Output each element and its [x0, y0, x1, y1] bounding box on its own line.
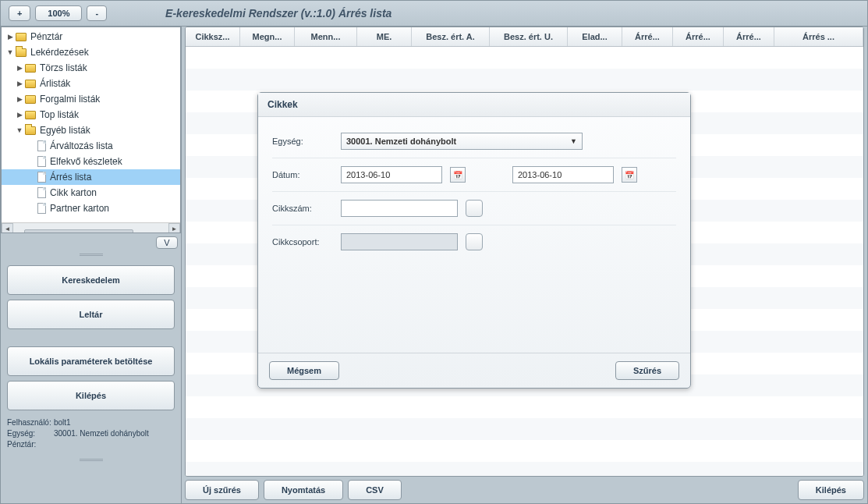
- zoom-out-button[interactable]: -: [87, 5, 107, 21]
- tree-item[interactable]: Top listák: [40, 109, 79, 120]
- separator: [80, 254, 103, 256]
- leltar-button[interactable]: Leltár: [7, 300, 175, 329]
- topbar: + 100% - E-kereskedelmi Rendszer (v.:1.0…: [1, 1, 867, 27]
- folder-icon: [25, 64, 36, 73]
- col-header[interactable]: Árrés ...: [774, 27, 863, 46]
- cikkszam-label: Cikkszám:: [272, 204, 333, 213]
- cikkszam-lookup-button[interactable]: [466, 200, 483, 217]
- tree-leaf-selected[interactable]: Árrés lista: [50, 172, 91, 183]
- tree-item[interactable]: Árlisták: [40, 78, 70, 89]
- zoom-in-button[interactable]: +: [9, 5, 30, 21]
- tree-hscrollbar[interactable]: ◄ ►: [2, 222, 180, 233]
- nyomtatas-button[interactable]: Nyomtatás: [264, 480, 343, 500]
- chevron-down-icon: ▼: [570, 137, 577, 145]
- folder-open-icon: [25, 126, 36, 135]
- cikkcsoport-label: Cikkcsoport:: [272, 237, 333, 247]
- tree-item[interactable]: Pénztár: [30, 31, 62, 42]
- folder-icon: [25, 95, 36, 104]
- document-icon: [37, 187, 46, 198]
- col-header[interactable]: Elad...: [568, 27, 622, 46]
- status-info: Felhasználó:bolt1 Egység:30001. Nemzeti …: [1, 415, 181, 454]
- kilepes-button[interactable]: Kilépés: [7, 381, 175, 410]
- col-header[interactable]: Árré...: [724, 27, 774, 46]
- folder-icon: [25, 111, 36, 119]
- filter-dialog: Cikkek Egység: 30001. Nemzeti dohánybolt…: [257, 92, 691, 389]
- kereskedelem-button[interactable]: Kereskedelem: [7, 265, 175, 295]
- bottom-toolbar: Új szűrés Nyomtatás CSV Kilépés: [185, 480, 864, 500]
- datum-label: Dátum:: [272, 170, 333, 179]
- col-header[interactable]: Megn...: [240, 27, 295, 46]
- tree-item[interactable]: Törzs listák: [40, 62, 87, 73]
- collapse-button[interactable]: V: [156, 236, 178, 249]
- grid-body[interactable]: Cikkek Egység: 30001. Nemzeti dohánybolt…: [186, 47, 863, 476]
- col-header[interactable]: ME.: [357, 27, 412, 46]
- col-header[interactable]: Cikksz...: [186, 27, 240, 46]
- document-icon: [37, 156, 46, 167]
- megsem-button[interactable]: Mégsem: [269, 361, 339, 380]
- document-icon: [37, 140, 46, 151]
- calendar-icon[interactable]: 📅: [622, 167, 637, 183]
- folder-open-icon: [16, 48, 27, 57]
- zoom-level-button[interactable]: 100%: [35, 5, 82, 21]
- date-from-input[interactable]: [341, 166, 442, 183]
- szures-button[interactable]: Szűrés: [615, 361, 679, 380]
- separator: [80, 459, 103, 461]
- col-header[interactable]: Árré...: [673, 27, 724, 46]
- tree-item[interactable]: Forgalmi listák: [40, 94, 100, 105]
- col-header[interactable]: Besz. ért. A.: [412, 27, 490, 46]
- cikkszam-input[interactable]: [341, 200, 458, 217]
- document-icon: [37, 172, 46, 183]
- csv-button[interactable]: CSV: [348, 480, 402, 500]
- tree-leaf[interactable]: Árváltozás lista: [50, 140, 113, 151]
- app-title: E-kereskedelmi Rendszer (v.:1.0) Árrés l…: [165, 7, 391, 20]
- egyseg-select[interactable]: 30001. Nemzeti dohánybolt ▼: [341, 133, 583, 150]
- folder-icon: [25, 80, 36, 88]
- sidebar: ▶Pénztár ▼Lekérdezések ▶Törzs listák ▶Ár…: [1, 27, 182, 503]
- nav-tree[interactable]: ▶Pénztár ▼Lekérdezések ▶Törzs listák ▶Ár…: [2, 27, 180, 222]
- tree-item[interactable]: Egyéb listák: [40, 125, 90, 136]
- tree-leaf[interactable]: Cikk karton: [50, 187, 97, 198]
- tree-leaf[interactable]: Partner karton: [50, 203, 109, 214]
- col-header[interactable]: Besz. ért. U.: [490, 27, 568, 46]
- tree-item[interactable]: Lekérdezések: [30, 47, 89, 58]
- col-header[interactable]: Árré...: [622, 27, 673, 46]
- dialog-title: Cikkek: [258, 93, 690, 117]
- document-icon: [37, 203, 46, 214]
- folder-icon: [16, 33, 27, 41]
- grid-header: Cikksz... Megn... Menn... ME. Besz. ért.…: [186, 27, 863, 47]
- egyseg-label: Egység:: [272, 137, 333, 146]
- cikkcsoport-lookup-button[interactable]: [466, 233, 483, 250]
- cikkcsoport-input: [341, 233, 458, 250]
- data-grid: Cikksz... Megn... Menn... ME. Besz. ért.…: [185, 27, 864, 477]
- date-to-input[interactable]: [512, 166, 614, 183]
- uj-szures-button[interactable]: Új szűrés: [185, 480, 259, 500]
- kilepes-main-button[interactable]: Kilépés: [798, 480, 864, 500]
- tree-leaf[interactable]: Elfekvő készletek: [50, 156, 122, 167]
- lokalis-button[interactable]: Lokális paraméterek betöltése: [7, 346, 175, 376]
- col-header[interactable]: Menn...: [295, 27, 357, 46]
- calendar-icon[interactable]: 📅: [450, 167, 466, 183]
